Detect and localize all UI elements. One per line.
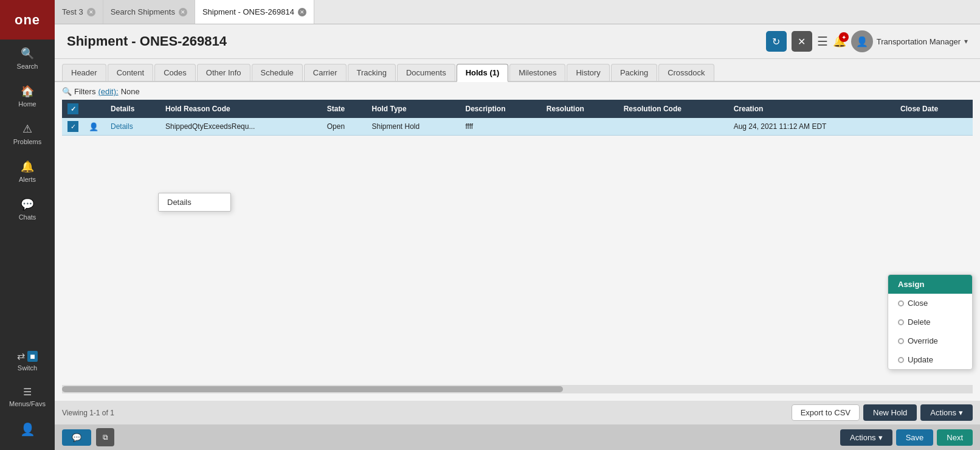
scrollbar-thumb[interactable] xyxy=(62,386,563,392)
header-actions: ↻ ✕ ☰ 🔔 ✦ 👤 Transportation Manager ▾ xyxy=(766,30,968,52)
sidebar-item-user-bottom[interactable]: 👤 xyxy=(0,415,55,444)
bottom-right-buttons: Actions ▾ Save Next xyxy=(840,429,973,446)
tab-crossdock[interactable]: Crossdock xyxy=(658,64,714,81)
popup-close[interactable]: Close xyxy=(888,294,972,313)
tab-history[interactable]: History xyxy=(567,64,609,81)
holds-table-scroll[interactable]: ✓ Details Hold Reason Code State Hold Ty… xyxy=(62,100,973,382)
chevron-down-icon: ▾ xyxy=(964,37,968,46)
tab-test3-label: Test 3 xyxy=(62,7,83,16)
table-row[interactable]: ✓ 👤 Details ShippedQtyExceedsRequ... xyxy=(62,118,973,136)
details-link[interactable]: Details xyxy=(111,122,156,131)
row-close-date xyxy=(895,118,973,136)
col-description[interactable]: Description xyxy=(460,100,541,118)
switch-icons: ⇄ ■ xyxy=(17,350,37,362)
tab-documents[interactable]: Documents xyxy=(397,64,455,81)
col-close-date[interactable]: Close Date xyxy=(895,100,973,118)
sidebar-item-switch[interactable]: ⇄ ■ Switch xyxy=(0,343,55,379)
row-hold-type: Shipment Hold xyxy=(367,118,460,136)
bottom-chat-button[interactable]: 💬 xyxy=(62,429,91,446)
sidebar-item-label: Home xyxy=(18,100,36,108)
tab-test3[interactable]: Test 3 ✕ xyxy=(55,0,103,24)
select-all-checkbox[interactable]: ✓ xyxy=(67,103,78,114)
col-select-all[interactable]: ✓ xyxy=(62,100,84,118)
bottom-actions-button[interactable]: Actions ▾ xyxy=(840,429,892,446)
tab-tracking[interactable]: Tracking xyxy=(348,64,396,81)
sidebar-item-menus[interactable]: ☰ Menus/Favs xyxy=(0,379,55,415)
tab-header[interactable]: Header xyxy=(62,64,106,81)
tab-search-shipments[interactable]: Search Shipments ✕ xyxy=(103,0,195,24)
col-state[interactable]: State xyxy=(322,100,367,118)
tab-test3-close[interactable]: ✕ xyxy=(87,8,95,16)
popup-update[interactable]: Update xyxy=(888,350,972,369)
tab-shipment-close[interactable]: ✕ xyxy=(298,8,306,16)
notification-badge-count: ✦ xyxy=(839,32,849,42)
new-hold-button[interactable]: New Hold xyxy=(863,404,917,421)
popup-override[interactable]: Override xyxy=(888,331,972,350)
context-details-label: Details xyxy=(167,198,192,207)
close-icon: ✕ xyxy=(798,36,806,47)
user-area[interactable]: 👤 Transportation Manager ▾ xyxy=(851,30,968,52)
bottom-actions-label: Actions xyxy=(850,433,876,442)
col-creation[interactable]: Creation xyxy=(729,100,895,118)
tab-packing[interactable]: Packing xyxy=(611,64,657,81)
export-csv-button[interactable]: Export to CSV xyxy=(792,404,860,421)
sidebar-item-problems[interactable]: ⚠ Problems xyxy=(0,115,55,153)
horizontal-scrollbar[interactable] xyxy=(62,385,973,393)
switch-label: Switch xyxy=(18,364,37,372)
col-hold-type[interactable]: Hold Type xyxy=(367,100,460,118)
person-icon: 👤 xyxy=(89,122,98,131)
sub-tabs: Header Content Codes Other Info Schedule… xyxy=(55,59,980,82)
search-icon: 🔍 xyxy=(21,47,34,60)
refresh-icon: ↻ xyxy=(772,36,780,47)
sidebar-item-chats[interactable]: 💬 Chats xyxy=(0,190,55,228)
sidebar-item-label: Chats xyxy=(19,213,36,221)
row-checkbox[interactable]: ✓ xyxy=(67,121,78,132)
save-button[interactable]: Save xyxy=(896,429,934,446)
notification-area[interactable]: 🔔 ✦ xyxy=(833,35,846,48)
tab-carrier[interactable]: Carrier xyxy=(304,64,347,81)
footer-actions-button[interactable]: Actions ▾ xyxy=(920,404,973,421)
row-creation: Aug 24, 2021 11:12 AM EDT xyxy=(729,118,895,136)
override-radio xyxy=(898,338,904,344)
close-page-button[interactable]: ✕ xyxy=(792,31,812,52)
col-details[interactable]: Details xyxy=(106,100,160,118)
sidebar-item-label: Search xyxy=(17,63,38,70)
copy-icon: ⧉ xyxy=(103,433,108,441)
switch-icon2: ■ xyxy=(27,351,37,362)
bottom-actions-chevron: ▾ xyxy=(878,433,883,442)
tab-codes[interactable]: Codes xyxy=(154,64,196,81)
popup-assign[interactable]: Assign xyxy=(888,275,972,294)
tab-other-info[interactable]: Other Info xyxy=(197,64,250,81)
row-icon-cell: 👤 xyxy=(84,118,106,136)
bottom-left-buttons: 💬 ⧉ xyxy=(62,428,114,446)
sidebar-item-alerts[interactable]: 🔔 Alerts xyxy=(0,153,55,190)
tab-content[interactable]: Content xyxy=(108,64,154,81)
popup-delete[interactable]: Delete xyxy=(888,313,972,331)
next-button[interactable]: Next xyxy=(937,429,973,446)
col-resolution-code[interactable]: Resolution Code xyxy=(619,100,729,118)
tab-schedule[interactable]: Schedule xyxy=(252,64,303,81)
tab-holds[interactable]: Holds (1) xyxy=(457,64,509,82)
filter-icon: 🔍 xyxy=(62,87,72,96)
content-area: Header Content Codes Other Info Schedule… xyxy=(55,59,980,424)
col-resolution[interactable]: Resolution xyxy=(542,100,619,118)
row-details-cell[interactable]: Details xyxy=(106,118,160,136)
menu-button[interactable]: ☰ xyxy=(817,34,828,49)
menus-label: Menus/Favs xyxy=(9,400,46,407)
col-hold-reason-code[interactable]: Hold Reason Code xyxy=(160,100,322,118)
refresh-button[interactable]: ↻ xyxy=(766,31,787,52)
footer-bar: Viewing 1-1 of 1 Export to CSV New Hold … xyxy=(55,401,980,424)
assign-label: Assign xyxy=(898,280,924,289)
sidebar-item-home[interactable]: 🏠 Home xyxy=(0,77,55,115)
filter-edit-link[interactable]: (edit): xyxy=(98,87,118,96)
row-checkbox-cell[interactable]: ✓ xyxy=(62,118,84,136)
tab-milestones[interactable]: Milestones xyxy=(509,64,565,81)
tab-search-close[interactable]: ✕ xyxy=(179,8,187,16)
row-state: Open xyxy=(322,118,367,136)
update-radio xyxy=(898,357,904,363)
tab-shipment[interactable]: Shipment - ONES-269814 ✕ xyxy=(195,0,314,24)
bottom-icon-button[interactable]: ⧉ xyxy=(96,428,114,446)
sidebar-item-search[interactable]: 🔍 Search xyxy=(0,40,55,77)
row-hold-reason-code: ShippedQtyExceedsRequ... xyxy=(160,118,322,136)
context-menu-details[interactable]: Details xyxy=(159,193,230,211)
